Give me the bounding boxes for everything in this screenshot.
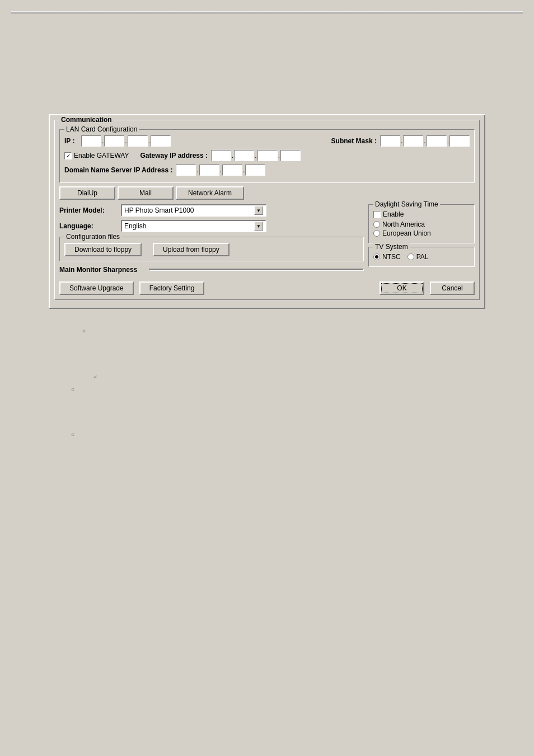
gw-field-3[interactable]: [257, 150, 278, 161]
printer-model-dropdown-arrow[interactable]: ▼: [254, 206, 263, 215]
north-america-row: North America: [373, 220, 470, 228]
config-buttons: Download to floppy Upload from floppy: [64, 243, 359, 256]
software-upgrade-button[interactable]: Software Upgrade: [59, 281, 134, 295]
language-select[interactable]: English ▼: [121, 220, 266, 232]
language-value: English: [124, 222, 146, 230]
note-4: «: [49, 429, 485, 440]
european-union-radio[interactable]: [373, 230, 380, 237]
communication-label: Communication: [59, 116, 114, 124]
sharpness-row: Main Monitor Sharpness: [59, 266, 364, 274]
enable-label: Enable: [383, 210, 404, 218]
lan-card-group: LAN Card Configuration IP : . . . Subnet…: [59, 129, 475, 183]
printer-model-row: Printer Model: HP Photo Smart P1000 ▼: [59, 204, 364, 217]
sharpness-label: Main Monitor Sharpness: [59, 266, 149, 274]
left-col: Printer Model: HP Photo Smart P1000 ▼ La…: [59, 204, 364, 278]
note-2: «: [49, 372, 485, 383]
dns-field-2[interactable]: [199, 165, 219, 176]
ok-button[interactable]: OK: [380, 281, 424, 295]
gateway-row: Enable GATEWAY Gateway IP address : . . …: [64, 150, 470, 161]
tabs-row: DialUp Mail Network Alarm: [59, 186, 475, 200]
ip-row: IP : . . . Subnet Mask : . . .: [64, 135, 470, 147]
download-to-floppy-button[interactable]: Download to floppy: [64, 243, 142, 256]
printer-model-select[interactable]: HP Photo Smart P1000 ▼: [121, 204, 266, 217]
note-3: «: [49, 384, 485, 395]
gateway-ip-label: Gateway IP address :: [140, 152, 208, 159]
tab-dialup[interactable]: DialUp: [59, 186, 115, 200]
north-america-radio[interactable]: [373, 221, 380, 228]
dns-row: Domain Name Server IP Address : . . .: [64, 165, 470, 176]
config-files-group: Configuration files Download to floppy U…: [59, 237, 364, 261]
ip-field-4[interactable]: [151, 135, 171, 147]
ntsc-radio[interactable]: [373, 253, 380, 260]
enable-gateway-checkbox-wrap[interactable]: Enable GATEWAY: [64, 152, 129, 159]
top-bar: [11, 11, 523, 13]
factory-setting-button[interactable]: Factory Setting: [139, 281, 205, 295]
pal-label: PAL: [416, 253, 429, 261]
subnet-mask-label: Subnet Mask :: [331, 137, 377, 145]
dns-field-4[interactable]: [245, 165, 265, 176]
language-dropdown-arrow[interactable]: ▼: [254, 222, 263, 231]
right-col: Daylight Saving Time Enable North Americ…: [368, 204, 475, 278]
gw-field-4[interactable]: [280, 150, 301, 161]
tv-system-label: TV System: [373, 243, 410, 251]
tv-system-row: NTSC PAL: [373, 253, 470, 262]
european-union-row: European Union: [373, 229, 470, 237]
language-row: Language: English ▼: [59, 220, 364, 232]
gw-field-2[interactable]: [234, 150, 254, 161]
subnet-field-1[interactable]: [380, 135, 400, 147]
enable-row: Enable: [373, 210, 470, 218]
north-america-label: North America: [382, 220, 425, 228]
dns-field-1[interactable]: [176, 165, 196, 176]
enable-gateway-checkbox[interactable]: [64, 152, 72, 159]
gw-field-1[interactable]: [211, 150, 231, 161]
subnet-field-3[interactable]: [427, 135, 447, 147]
ip-field-2[interactable]: [104, 135, 124, 147]
dst-enable-checkbox[interactable]: [373, 211, 381, 218]
ip-field-1[interactable]: [81, 135, 101, 147]
tab-mail[interactable]: Mail: [118, 186, 174, 200]
enable-gateway-label: Enable GATEWAY: [74, 152, 129, 159]
main-body: Printer Model: HP Photo Smart P1000 ▼ La…: [59, 204, 475, 278]
subnet-field-2[interactable]: [403, 135, 423, 147]
pal-radio[interactable]: [407, 253, 414, 260]
daylight-saving-group: Daylight Saving Time Enable North Americ…: [368, 204, 475, 243]
communication-group: Communication LAN Card Configuration IP …: [54, 120, 480, 300]
language-label: Language:: [59, 222, 121, 230]
sharpness-slider[interactable]: [149, 269, 364, 271]
tab-network-alarm[interactable]: Network Alarm: [176, 186, 244, 200]
notes-area: « « « «: [49, 326, 485, 442]
tv-system-group: TV System NTSC PAL: [368, 247, 475, 267]
ntsc-row: NTSC: [373, 253, 401, 261]
printer-model-label: Printer Model:: [59, 206, 121, 214]
ntsc-label: NTSC: [382, 253, 401, 261]
note-1: «: [49, 326, 485, 337]
page-wrapper: Communication LAN Card Configuration IP …: [0, 0, 534, 756]
ip-field-3[interactable]: [128, 135, 148, 147]
bottom-row: Software Upgrade Factory Setting OK Canc…: [59, 281, 475, 295]
config-files-label: Configuration files: [64, 233, 121, 241]
daylight-saving-label: Daylight Saving Time: [373, 200, 440, 208]
dns-label: Domain Name Server IP Address :: [64, 166, 172, 174]
upload-from-floppy-button[interactable]: Upload from floppy: [153, 243, 229, 256]
printer-model-value: HP Photo Smart P1000: [124, 206, 194, 214]
pal-row: PAL: [407, 253, 429, 261]
european-union-label: European Union: [382, 229, 431, 237]
subnet-field-4[interactable]: [449, 135, 470, 147]
lan-card-label: LAN Card Configuration: [64, 125, 139, 133]
cancel-button[interactable]: Cancel: [430, 281, 475, 295]
ip-label: IP :: [64, 137, 81, 145]
dialog-container: Communication LAN Card Configuration IP …: [49, 114, 485, 309]
dns-field-3[interactable]: [222, 165, 242, 176]
